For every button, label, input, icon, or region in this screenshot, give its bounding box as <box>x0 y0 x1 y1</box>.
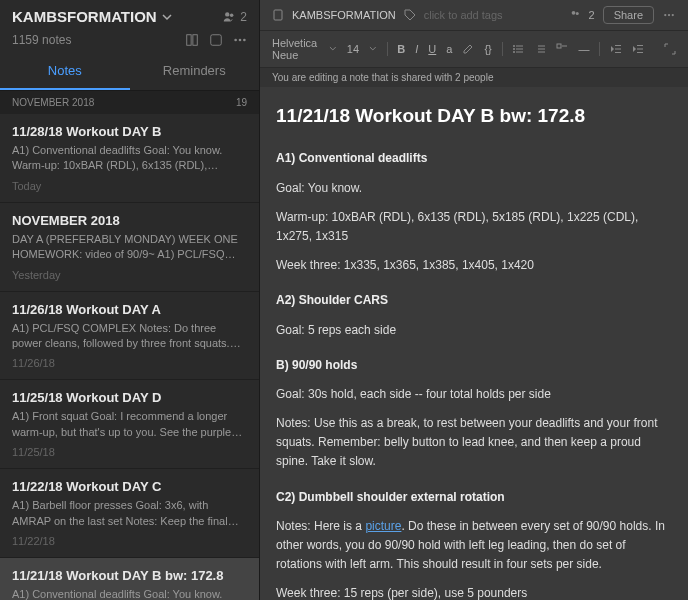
editor-share-count: 2 <box>589 9 595 21</box>
code-icon[interactable]: {} <box>484 43 491 55</box>
list-item[interactable]: 11/25/18 Workout DAY D A1) Front squat G… <box>0 380 259 469</box>
section-heading: C2) Dumbbell shoulder external rotation <box>276 488 672 507</box>
list-item[interactable]: 11/28/18 Workout DAY B A1) Conventional … <box>0 114 259 203</box>
svg-rect-15 <box>516 46 523 47</box>
svg-rect-25 <box>615 45 621 46</box>
svg-rect-29 <box>637 49 643 50</box>
svg-rect-3 <box>193 35 197 46</box>
highlight-icon[interactable] <box>462 43 474 55</box>
list-item[interactable]: NOVEMBER 2018 DAY A (PREFERABLY MONDAY) … <box>0 203 259 292</box>
note-heading: 11/21/18 Workout DAY B bw: 172.8 <box>276 101 672 131</box>
svg-rect-20 <box>538 46 545 47</box>
svg-point-10 <box>575 12 578 15</box>
note-date: Today <box>12 180 247 192</box>
body-text: Notes: Here is a picture. Do these in be… <box>276 517 672 575</box>
more-icon[interactable] <box>662 9 676 21</box>
chevron-down-icon[interactable] <box>329 43 337 55</box>
note-date: Yesterday <box>12 269 247 281</box>
svg-rect-19 <box>516 52 523 53</box>
indent-icon[interactable] <box>632 43 644 55</box>
notebook-selector[interactable]: KAMBSFORMATION <box>12 8 173 25</box>
note-content[interactable]: 11/21/18 Workout DAY B bw: 172.8 A1) Con… <box>260 87 688 600</box>
font-size[interactable]: 14 <box>347 43 359 55</box>
picture-link[interactable]: picture <box>365 519 401 533</box>
svg-rect-24 <box>562 46 567 47</box>
number-list-icon[interactable] <box>534 43 546 55</box>
italic-icon[interactable]: I <box>415 43 418 55</box>
chevron-down-icon[interactable] <box>369 43 377 55</box>
people-icon <box>222 10 236 24</box>
note-date: 11/25/18 <box>12 446 247 458</box>
note-title: 11/28/18 Workout DAY B <box>12 124 247 139</box>
svg-rect-22 <box>538 52 545 53</box>
note-title: 11/21/18 Workout DAY B bw: 172.8 <box>12 568 247 583</box>
svg-rect-27 <box>615 52 621 53</box>
tag-icon[interactable] <box>404 9 416 21</box>
hr-icon[interactable]: — <box>578 43 589 55</box>
note-count: 1159 notes <box>12 33 71 47</box>
chevron-down-icon <box>161 11 173 23</box>
section-heading: B) 90/90 holds <box>276 356 672 375</box>
svg-rect-4 <box>211 35 222 46</box>
notebook-name[interactable]: KAMBSFORMATION <box>292 9 396 21</box>
tag-placeholder[interactable]: click to add tags <box>424 9 503 21</box>
note-list[interactable]: 11/28/18 Workout DAY B A1) Conventional … <box>0 114 259 600</box>
svg-point-11 <box>664 14 666 16</box>
tab-reminders[interactable]: Reminders <box>130 53 260 90</box>
note-preview: A1) Conventional deadlifts Goal: You kno… <box>12 143 247 174</box>
svg-point-16 <box>513 48 515 50</box>
color-icon[interactable]: a <box>446 43 452 55</box>
svg-rect-8 <box>274 10 282 20</box>
share-button[interactable]: Share <box>603 6 654 24</box>
svg-point-18 <box>513 51 515 53</box>
list-item[interactable]: 11/22/18 Workout DAY C A1) Barbell floor… <box>0 469 259 558</box>
note-preview: A1) Front squat Goal: I recommend a long… <box>12 409 247 440</box>
note-title: 11/22/18 Workout DAY C <box>12 479 247 494</box>
section-count: 19 <box>236 97 247 108</box>
checklist-icon[interactable] <box>556 43 568 55</box>
svg-point-14 <box>513 45 515 47</box>
svg-point-5 <box>234 39 237 42</box>
svg-point-1 <box>230 13 234 17</box>
expand-icon[interactable] <box>664 43 676 55</box>
font-family[interactable]: Helvetica Neue <box>272 37 319 61</box>
note-title: 11/26/18 Workout DAY A <box>12 302 247 317</box>
svg-rect-21 <box>538 49 545 50</box>
list-item[interactable]: 11/26/18 Workout DAY A A1) PCL/FSQ COMPL… <box>0 292 259 381</box>
svg-point-0 <box>225 12 229 16</box>
sidebar-tools <box>161 33 247 47</box>
note-preview: A1) Barbell floor presses Goal: 3x6, wit… <box>12 498 247 529</box>
notebook-icon <box>272 9 284 21</box>
body-text: Goal: 5 reps each side <box>276 321 672 340</box>
svg-point-13 <box>672 14 674 16</box>
bold-icon[interactable]: B <box>397 43 405 55</box>
svg-point-12 <box>668 14 670 16</box>
body-text: Warm-up: 10xBAR (RDL), 6x135 (RDL), 5x18… <box>276 208 672 246</box>
sidebar-header: KAMBSFORMATION 2 <box>0 0 259 33</box>
section-heading: A1) Conventional deadlifts <box>276 149 672 168</box>
sidebar: KAMBSFORMATION 2 1159 notes Notes Remind… <box>0 0 260 600</box>
svg-rect-17 <box>516 49 523 50</box>
sidebar-tabs: Notes Reminders <box>0 53 259 91</box>
notebook-title: KAMBSFORMATION <box>12 8 157 25</box>
share-count: 2 <box>240 10 247 24</box>
body-text: Goal: You know. <box>276 179 672 198</box>
sort-icon[interactable] <box>161 33 175 47</box>
underline-icon[interactable]: U <box>428 43 436 55</box>
note-title: NOVEMBER 2018 <box>12 213 247 228</box>
more-icon[interactable] <box>233 33 247 47</box>
note-preview: DAY A (PREFERABLY MONDAY) WEEK ONE HOMEW… <box>12 232 247 263</box>
filter-icon[interactable] <box>209 33 223 47</box>
body-text: Goal: 30s hold, each side -- four total … <box>276 385 672 404</box>
note-date: 11/26/18 <box>12 357 247 369</box>
editor-pane: KAMBSFORMATION click to add tags 2 Share… <box>260 0 688 600</box>
bullet-list-icon[interactable] <box>512 43 524 55</box>
view-icon[interactable] <box>185 33 199 47</box>
tab-notes[interactable]: Notes <box>0 53 130 90</box>
outdent-icon[interactable] <box>610 43 622 55</box>
svg-rect-23 <box>557 44 561 48</box>
list-item[interactable]: 11/21/18 Workout DAY B bw: 172.8 A1) Con… <box>0 558 259 600</box>
notebook-share-indicator[interactable]: 2 <box>222 10 247 24</box>
section-label: NOVEMBER 2018 <box>12 97 94 108</box>
people-icon <box>569 9 581 21</box>
